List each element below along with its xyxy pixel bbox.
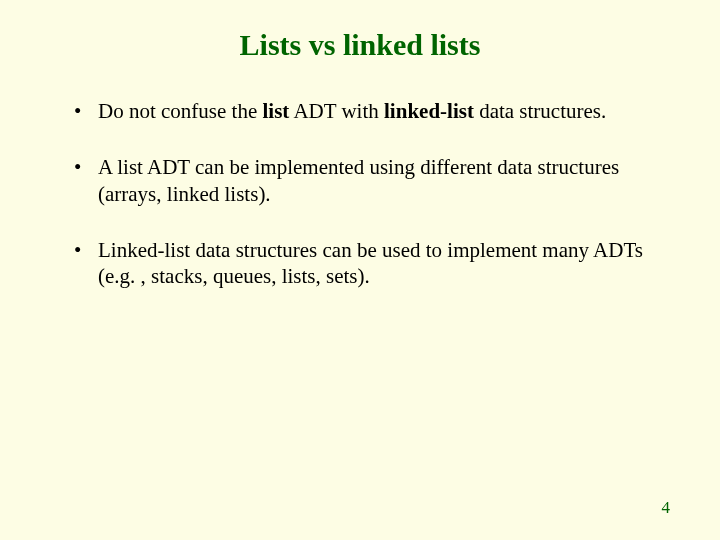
bullet-item-3: Linked-list data structures can be used … (74, 237, 670, 290)
bullet-text: ADT with (289, 99, 384, 123)
bullet-text: Linked-list data structures can be used … (98, 238, 643, 288)
bullet-bold: list (262, 99, 289, 123)
slide-title: Lists vs linked lists (50, 28, 670, 62)
bullet-bold: linked-list (384, 99, 474, 123)
bullet-text: Do not confuse the (98, 99, 262, 123)
bullet-text: data structures. (474, 99, 606, 123)
bullet-item-1: Do not confuse the list ADT with linked-… (74, 98, 670, 124)
slide: Lists vs linked lists Do not confuse the… (0, 0, 720, 540)
bullet-text: A list ADT can be implemented using diff… (98, 155, 619, 205)
bullet-item-2: A list ADT can be implemented using diff… (74, 154, 670, 207)
bullet-list: Do not confuse the list ADT with linked-… (50, 98, 670, 289)
page-number: 4 (662, 498, 671, 518)
